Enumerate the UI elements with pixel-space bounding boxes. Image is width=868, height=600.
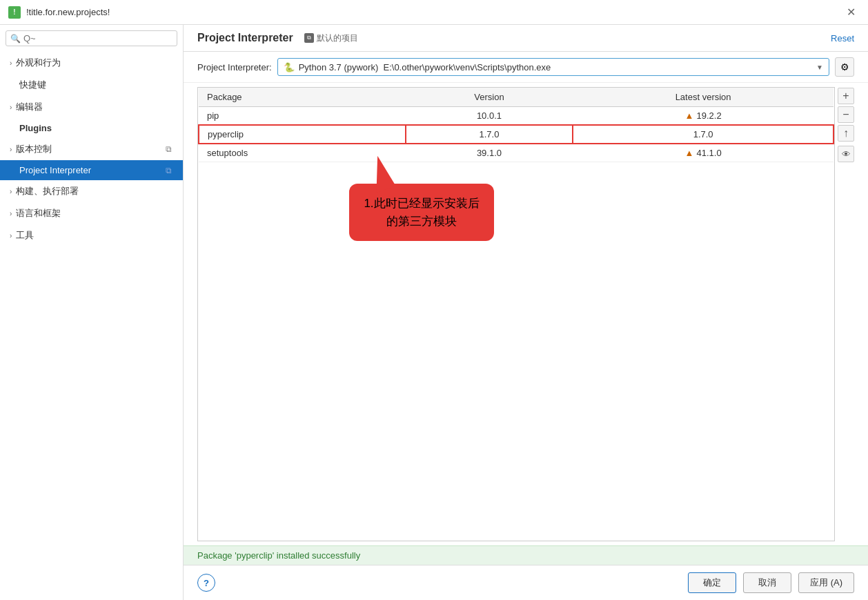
upgrade-arrow-icon: ▲ (685, 110, 694, 121)
default-tag-icon: ⧉ (304, 33, 314, 43)
page-title: Project Interpreter (197, 32, 293, 44)
chevron-icon: › (10, 146, 12, 153)
packages-table-wrapper: Package Version Latest version pip 10.0.… (197, 87, 835, 541)
sidebar-item-appearance[interactable]: › 外观和行为 (0, 52, 183, 74)
sidebar-item-label: 语言和框架 (16, 207, 61, 220)
interpreter-text: Python 3.7 (pywork) E:\0.other\pywork\ve… (299, 62, 812, 72)
table-area: Package Version Latest version pip 10.0.… (197, 87, 854, 541)
help-button[interactable]: ? (197, 574, 215, 592)
interpreter-label: Project Interpreter: (197, 62, 272, 72)
chevron-icon: › (10, 210, 12, 217)
bottom-bar: ? 确定 取消 应用 (A) (184, 565, 868, 600)
status-message: Package 'pyperclip' installed successful… (197, 550, 360, 561)
copy-icon: ⧉ (166, 166, 172, 175)
title-bar-left: ! !title.for.new.projects! (8, 6, 110, 19)
copy-icon: ⧉ (166, 144, 172, 154)
col-version: Version (406, 88, 573, 107)
app-icon: ! (8, 6, 21, 19)
sidebar-item-tools[interactable]: › 工具 (0, 224, 183, 246)
apply-button[interactable]: 应用 (A) (798, 572, 854, 593)
interpreter-select[interactable]: 🐍 Python 3.7 (pywork) E:\0.other\pywork\… (277, 58, 829, 76)
sidebar-item-label: 版本控制 (16, 143, 52, 155)
table-row[interactable]: pyperclip 1.7.0 1.7.0 (199, 125, 834, 144)
show-details-button[interactable]: 👁 (838, 146, 854, 162)
package-version: 10.0.1 (406, 107, 573, 126)
sidebar-item-lang-frameworks[interactable]: › 语言和框架 (0, 202, 183, 224)
python-icon: 🐍 (284, 61, 295, 72)
col-latest: Latest version (573, 88, 834, 107)
default-tag-label: 默认的项目 (317, 32, 358, 44)
package-latest: 1.7.0 (573, 125, 834, 144)
package-version: 39.1.0 (406, 144, 573, 162)
default-tag: ⧉ 默认的项目 (304, 32, 358, 44)
package-latest: ▲19.2.2 (573, 107, 834, 126)
search-box[interactable]: 🔍 (6, 30, 177, 46)
package-version: 1.7.0 (406, 125, 573, 144)
table-row[interactable]: pip 10.0.1 ▲19.2.2 (199, 107, 834, 126)
title-bar: ! !title.for.new.projects! ✕ (0, 0, 868, 25)
main-layout: 🔍 › 外观和行为 快捷键 › 编辑器 Plugins › 版本控制 ⧉ Pro… (0, 25, 868, 600)
close-button[interactable]: ✕ (842, 4, 860, 20)
confirm-button[interactable]: 确定 (688, 572, 736, 593)
interpreter-row: Project Interpreter: 🐍 Python 3.7 (pywor… (184, 52, 868, 83)
package-name: setuptools (199, 144, 406, 162)
sidebar-item-project-interpreter[interactable]: Project Interpreter ⧉ (0, 160, 183, 180)
search-input[interactable] (23, 33, 172, 43)
window-title: !title.for.new.projects! (26, 7, 110, 17)
chevron-icon: › (10, 104, 12, 111)
sidebar-item-label: 外观和行为 (16, 57, 61, 69)
dropdown-arrow-icon: ▼ (816, 64, 823, 71)
sidebar-item-label: Plugins (19, 123, 52, 133)
sidebar-item-label: 工具 (16, 229, 34, 242)
sidebar-item-label: 构建、执行部署 (16, 185, 79, 197)
table-header-row: Package Version Latest version (199, 88, 834, 107)
sidebar-item-editor[interactable]: › 编辑器 (0, 96, 183, 118)
gear-button[interactable]: ⚙ (835, 57, 854, 77)
packages-table: Package Version Latest version pip 10.0.… (198, 88, 834, 162)
chevron-icon: › (10, 188, 12, 195)
upgrade-package-button[interactable]: ↑ (838, 125, 854, 142)
sidebar: 🔍 › 外观和行为 快捷键 › 编辑器 Plugins › 版本控制 ⧉ Pro… (0, 25, 184, 600)
sidebar-item-label: Project Interpreter (19, 165, 91, 175)
sidebar-item-build-exec[interactable]: › 构建、执行部署 (0, 180, 183, 202)
sidebar-item-plugins[interactable]: Plugins (0, 118, 183, 138)
content-area: Project Interpreter ⧉ 默认的项目 Reset Projec… (184, 25, 868, 600)
side-buttons: + − ↑ 👁 (835, 87, 854, 541)
reset-button[interactable]: Reset (831, 33, 854, 43)
content-header: Project Interpreter ⧉ 默认的项目 Reset (184, 25, 868, 52)
add-package-button[interactable]: + (838, 88, 854, 104)
sidebar-item-version-control[interactable]: › 版本控制 ⧉ (0, 138, 183, 160)
cancel-button[interactable]: 取消 (743, 572, 791, 593)
col-package: Package (199, 88, 406, 107)
package-name: pyperclip (199, 125, 406, 144)
sidebar-item-label: 快捷键 (19, 79, 46, 91)
upgrade-arrow-icon: ▲ (685, 148, 694, 158)
chevron-icon: › (10, 232, 12, 240)
package-latest: ▲41.1.0 (573, 144, 834, 162)
sidebar-item-label: 编辑器 (16, 101, 43, 113)
table-row[interactable]: setuptools 39.1.0 ▲41.1.0 (199, 144, 834, 162)
chevron-icon: › (10, 59, 12, 67)
remove-package-button[interactable]: − (838, 106, 854, 123)
status-bar: Package 'pyperclip' installed successful… (184, 545, 868, 565)
search-icon: 🔍 (10, 34, 21, 43)
sidebar-item-shortcuts[interactable]: 快捷键 (0, 74, 183, 96)
package-name: pip (199, 107, 406, 126)
